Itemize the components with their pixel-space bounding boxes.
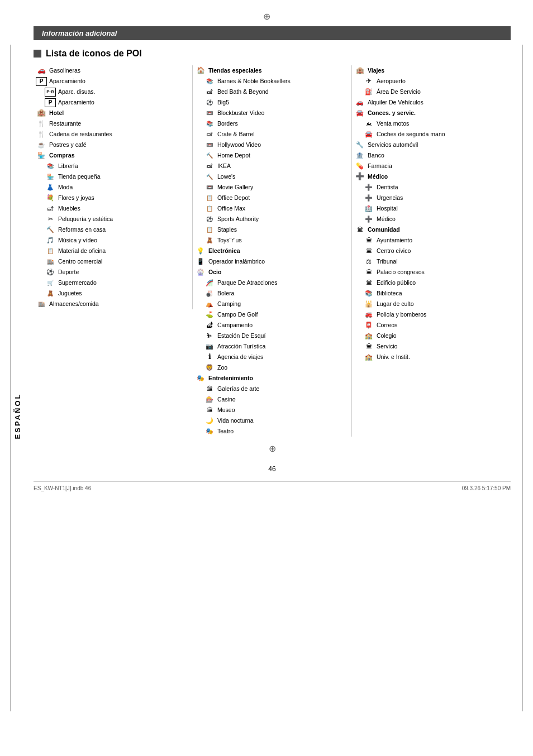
poi-label: Galerías de arte (217, 385, 259, 393)
list-item: ⛺ Camping (195, 299, 349, 309)
supermarket-icon: 🛒 (45, 279, 56, 288)
library2-icon: 📚 (363, 289, 374, 298)
school-icon: 🏫 (363, 332, 374, 341)
list-item: 📚 Biblioteca (354, 288, 508, 299)
list-item: 👗 Moda (36, 182, 190, 193)
poi-label: Borders (217, 120, 238, 128)
borders-icon: 📚 (204, 119, 215, 128)
poi-label: Venta motos (377, 120, 409, 128)
list-item: 📼 Hollywood Video (195, 140, 349, 150)
list-item: 🌙 Vida nocturna (195, 415, 349, 426)
list-item: 🏛 Servicio (354, 341, 508, 352)
electronics-icon: 💡 (195, 247, 206, 256)
list-item: 📋 Office Depot (195, 193, 349, 203)
list-item: 🏫 Univ. e Instit. (354, 352, 508, 362)
list-item: 🏛 Palacio congresos (354, 267, 508, 277)
poi-label: Camping (217, 300, 241, 308)
list-item: 📋 Staples (195, 224, 349, 235)
community-icon: 🏛 (354, 226, 365, 235)
poi-label: Aparcamiento (58, 99, 94, 107)
poi-label: Postres y café (49, 141, 87, 149)
court-icon: ⚖ (363, 257, 374, 266)
list-item: 🎰 Casino (195, 394, 349, 405)
right-border (522, 45, 523, 711)
list-item: 🏛 Edificio público (354, 277, 508, 288)
bottom-decoration: ⊕ (34, 443, 511, 454)
poi-label: Big5 (217, 99, 229, 107)
list-item: 📋 Office Max (195, 203, 349, 214)
list-item: 💐 Flores y joyas (36, 193, 190, 203)
hospital-icon: 🏥 (363, 204, 374, 213)
columns-wrapper: 🚗 Gasolineras P Aparcamiento P·R Aparc. … (34, 65, 511, 437)
list-item: 🕌 Lugar de culto (354, 299, 508, 309)
poi-label: Zoo (217, 364, 227, 372)
list-item: 🚘 Coches de segunda mano (354, 129, 508, 140)
list-item: 🏬 Centro comercial (36, 256, 190, 267)
place-of-worship-icon: 🕌 (363, 300, 374, 309)
poi-label: Médico (368, 173, 388, 181)
toys-r-us-icon: 🧸 (204, 236, 215, 245)
poi-label: Tribunal (377, 258, 398, 266)
office-supply-icon: 📋 (45, 247, 56, 256)
poi-label: Flores y joyas (58, 194, 94, 202)
poi-label: Office Depot (217, 194, 250, 202)
list-item: 🧸 Juguetes (36, 288, 190, 299)
poi-label: Banco (368, 152, 384, 160)
movie-gallery-icon: 📼 (204, 183, 215, 192)
list-item: 📋 Material de oficina (36, 246, 190, 256)
poi-label: Farmacia (368, 162, 392, 170)
barnes-noble-icon: 📚 (204, 77, 215, 86)
theater-icon: 🎭 (204, 427, 215, 436)
travel-icon: 🏨 (354, 66, 365, 75)
poi-label: Supermercado (58, 279, 97, 287)
list-item: 🏛 Centro cívico (354, 246, 508, 256)
service-icon: 🏛 (363, 342, 374, 351)
poi-label: Colegio (377, 332, 397, 340)
list-item: 🚒 Policía y bomberos (354, 309, 508, 320)
restaurant-icon: 🍴 (36, 119, 47, 128)
poi-label: Museo (217, 406, 235, 414)
wireless-icon: 📱 (195, 257, 206, 266)
list-item: 📼 Movie Gallery (195, 182, 349, 193)
list-item: 🛋 Bed Bath & Beyond (195, 87, 349, 97)
left-border (10, 45, 11, 711)
poi-label: Movie Gallery (217, 184, 253, 192)
header-bar: Información adicional (34, 26, 511, 40)
poi-label: Urgencias (377, 194, 403, 202)
dentist-icon: ➕ (363, 183, 374, 192)
list-item: 🔨 Reformas en casa (36, 224, 190, 235)
home-depot-icon: 🔨 (204, 151, 215, 160)
list-item: 💊 Farmacia (354, 161, 508, 171)
poi-label: Comunidad (368, 226, 400, 234)
poi-label: Ayuntamiento (377, 237, 412, 245)
list-item: ✈ Aeropuerto (354, 76, 508, 87)
department-store-icon: 🏬 (36, 300, 47, 309)
list-item: 🏨 Hotel (36, 108, 190, 118)
poi-label: Operador inalámbrico (208, 258, 265, 266)
flowers-icon: 💐 (45, 194, 56, 203)
zoo-icon: 🦁 (204, 363, 215, 372)
big5-icon: ⚽ (204, 98, 215, 107)
list-item: 🍴 Cadena de restaurantes (36, 129, 190, 140)
poi-label: Restaurante (49, 120, 81, 128)
crosshair-bottom-icon: ⊕ (269, 444, 276, 453)
poi-label: Juguetes (58, 290, 82, 298)
poi-label: Parque De Atracciones (217, 279, 277, 287)
poi-label: Gasolineras (49, 67, 80, 75)
beauty-icon: ✂ (45, 215, 56, 224)
poi-label: Crate & Barrel (217, 131, 255, 138)
mall-icon: 🏬 (45, 257, 56, 266)
poi-label: Barnes & Noble Booksellers (217, 78, 291, 85)
bottom-right-text: 09.3.26 5:17:50 PM (462, 485, 511, 491)
blockbuster-icon: 📼 (204, 109, 215, 118)
list-item: 🎭 Teatro (195, 426, 349, 437)
sports-authority-icon: ⚽ (204, 215, 215, 224)
poi-label: Correos (377, 322, 397, 329)
poi-label: Moda (58, 184, 73, 192)
poi-label: Librería (58, 162, 78, 170)
list-item: ⚖ Tribunal (354, 256, 508, 267)
auto-service-icon: 🔧 (354, 141, 365, 150)
list-item: ➕ Urgencias (354, 193, 508, 203)
poi-label: Teatro (217, 428, 234, 436)
section-title: Lista de iconos de POI (34, 49, 511, 59)
